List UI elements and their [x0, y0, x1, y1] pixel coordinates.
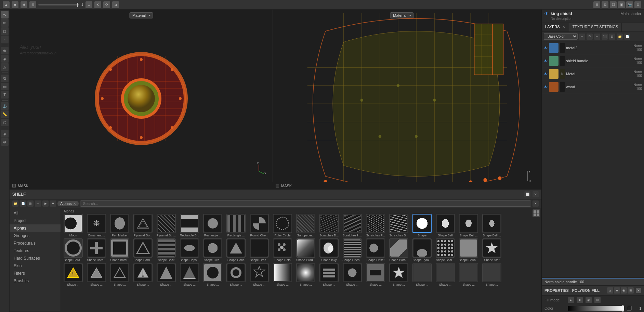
- shelf-item-shape-bord-cross[interactable]: Shape Bord...: [86, 238, 107, 262]
- layers-add-icon[interactable]: ⊞: [609, 34, 615, 40]
- shelf-nav-procedurals[interactable]: Procedurals: [10, 239, 61, 247]
- shelf-item-r3-17[interactable]: Shape ...: [434, 263, 456, 286]
- shelf-nav-alphas[interactable]: Alphas: [10, 224, 61, 232]
- tab-layers[interactable]: LAYERS ✕: [542, 23, 569, 31]
- shelf-item-r3-12[interactable]: Shape ...: [318, 263, 340, 286]
- shelf-nav-skin[interactable]: Skin: [10, 262, 61, 270]
- transform-tool[interactable]: ⊕: [1, 47, 9, 54]
- fill-mode-icon2[interactable]: ■: [577, 297, 583, 303]
- clone-tool[interactable]: ⧉: [1, 75, 9, 82]
- shelf-item-r3-11[interactable]: Shape ...: [295, 263, 317, 286]
- tool-square[interactable]: ■: [12, 1, 18, 8]
- geometry-tool[interactable]: △: [1, 63, 9, 71]
- shelf-item-shape-shar[interactable]: Shape Shar...: [434, 238, 456, 262]
- shelf-item-ornament[interactable]: ❋ Ornament ...: [86, 214, 107, 237]
- shelf-item-shape-bord-tri[interactable]: Shape Bord...: [132, 238, 154, 262]
- shelf-item-shape-caps[interactable]: Shape Caps...: [179, 238, 200, 262]
- shelf-item-shape-offset[interactable]: Shape Offset: [365, 238, 386, 262]
- select-tool[interactable]: ↖: [1, 11, 9, 18]
- fill-mode-grid[interactable]: ⊞: [628, 287, 634, 294]
- fill-mode-square[interactable]: ■: [614, 287, 620, 294]
- shelf-item-scratches-d[interactable]: Scratches D...: [318, 214, 340, 237]
- settings-icon[interactable]: ⚙: [634, 1, 641, 8]
- shelf-item-shape-pyra[interactable]: Shape Pyra...: [411, 238, 433, 262]
- mask-checkbox-right[interactable]: [276, 184, 279, 187]
- shelf-item-pen-marker[interactable]: Pen Marker: [109, 214, 131, 237]
- shelf-item-r3-19[interactable]: Shape ...: [481, 263, 503, 286]
- anchor-tool[interactable]: ⚓: [1, 102, 9, 110]
- layers-folder-icon[interactable]: 📁: [617, 34, 623, 40]
- shelf-item-shape-circ[interactable]: Shape Circ...: [202, 238, 224, 262]
- base-color-select[interactable]: Base Color Roughness Metallic Normal: [544, 33, 578, 40]
- layer-eye-shield-handle[interactable]: 👁: [544, 59, 548, 63]
- tool-action[interactable]: ⊿: [112, 1, 119, 8]
- shelf-item-r3-6[interactable]: Shape ...: [179, 263, 200, 286]
- fill-tool[interactable]: ▭: [1, 83, 9, 90]
- tool-grid[interactable]: ⊞: [29, 1, 36, 8]
- layer-eye-wood[interactable]: 👁: [544, 85, 548, 89]
- shelf-item-shape-star[interactable]: Shape Star: [481, 238, 503, 262]
- mask-checkbox-left[interactable]: [12, 184, 16, 187]
- tab-texture-set-settings[interactable]: TEXTURE SET SETTINGS: [569, 23, 622, 31]
- shelf-close[interactable]: ✕: [533, 191, 539, 197]
- tool-redo[interactable]: ⟳: [103, 1, 110, 8]
- shelf-item-rectangle-circ[interactable]: Rectangle ...: [202, 214, 224, 237]
- color-slider[interactable]: [568, 306, 624, 311]
- fill-mode-icon1[interactable]: ▲: [568, 297, 574, 303]
- shelf-nav-project[interactable]: Project: [10, 217, 61, 224]
- shelf-item-r3-7[interactable]: Shape ...: [202, 263, 224, 286]
- shelf-item-r3-4[interactable]: Shape ...: [132, 263, 154, 286]
- fill-mode-triangle[interactable]: ▲: [607, 287, 613, 294]
- shelf-nav-grunges[interactable]: Grunges: [10, 232, 61, 239]
- tool-triangle[interactable]: ▲: [3, 1, 10, 8]
- fill-mode-circle[interactable]: ◉: [621, 287, 627, 294]
- brush-size-slider[interactable]: [38, 4, 79, 5]
- shelf-nav-brushes[interactable]: Brushes: [10, 277, 61, 285]
- shelf-item-ruler-circle[interactable]: Ruler Circle: [272, 214, 293, 237]
- viewport-icon[interactable]: ⧉: [602, 1, 608, 8]
- shelf-nav-textures[interactable]: Textures: [10, 247, 61, 255]
- shelf-item-r3-8[interactable]: Shape ...: [225, 263, 247, 286]
- text-tool[interactable]: T: [1, 91, 9, 99]
- display-icon[interactable]: ▣: [618, 1, 625, 8]
- color-swatch[interactable]: [627, 306, 632, 311]
- layers-paint-icon[interactable]: ✏: [594, 34, 600, 40]
- shelf-item-shape-bord-1[interactable]: Shape Bord...: [62, 238, 84, 262]
- shelf-grid-btn[interactable]: ⊞: [27, 200, 34, 207]
- shelf-nav-all[interactable]: All: [10, 209, 61, 217]
- shelf-item-shape-squa[interactable]: Shape Squa...: [458, 238, 479, 262]
- shelf-item-sandpaper[interactable]: Sandpaper...: [295, 214, 317, 237]
- shelf-folder-btn[interactable]: 📁: [12, 200, 18, 207]
- ruler-tool[interactable]: 📏: [1, 110, 9, 118]
- shelf-item-scratches-h[interactable]: Scratches H...: [341, 214, 363, 237]
- shelf-item-shape-bell-3[interactable]: Shape Bell ...: [481, 214, 503, 237]
- properties-close[interactable]: ✕: [636, 288, 641, 293]
- tool-circle[interactable]: ◉: [21, 1, 27, 8]
- shelf-file-btn[interactable]: 📄: [20, 200, 26, 207]
- shelf-item-r3-13[interactable]: Shape ...: [341, 263, 363, 286]
- shelf-item-shape-lines[interactable]: Shape Lines...: [341, 238, 363, 262]
- pause-icon[interactable]: ⏸: [593, 1, 600, 8]
- material-dropdown-left[interactable]: Material: [129, 12, 153, 18]
- fill-mode-icon4[interactable]: ⊞: [594, 297, 601, 303]
- shelf-item-r3-3[interactable]: Shape ...: [109, 263, 131, 286]
- shelf-tag-close[interactable]: ✕: [73, 202, 76, 206]
- shelf-item-r3-2[interactable]: Shape ...: [86, 263, 107, 286]
- eye-tool[interactable]: ◈: [1, 55, 9, 63]
- shelf-item-r3-16[interactable]: Shape ...: [411, 263, 433, 286]
- shelf-item-rectangle-3[interactable]: Rectangle ...: [225, 214, 247, 237]
- shelf-nav-hard-surfaces[interactable]: Hard Surfaces: [10, 255, 61, 262]
- shelf-nav-filters[interactable]: Filters: [10, 270, 61, 277]
- shelf-item-shape-bell-1[interactable]: Shape Bell: [434, 214, 456, 237]
- shelf-item-shape-grad[interactable]: Shape Grad...: [295, 238, 317, 262]
- extra-tool2[interactable]: ⊛: [1, 138, 9, 146]
- extra-tool1[interactable]: ◈: [1, 130, 9, 138]
- eraser-tool[interactable]: ◻: [1, 27, 9, 35]
- shelf-filter-btn[interactable]: ▼: [50, 200, 56, 207]
- layers-edit-icon[interactable]: ✏: [579, 34, 585, 40]
- shelf-close-search[interactable]: ✕: [533, 200, 539, 207]
- shelf-forward-btn[interactable]: ▶: [42, 200, 49, 207]
- layers-new-icon[interactable]: 📄: [624, 34, 630, 40]
- fill-mode-icon3[interactable]: ◉: [586, 297, 592, 303]
- shelf-item-shape-inky[interactable]: Shape Inky: [318, 238, 340, 262]
